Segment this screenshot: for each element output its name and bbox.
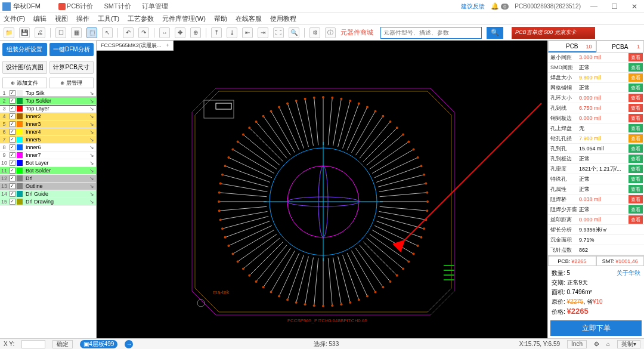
notif-icon[interactable]: 🔔 0 — [491, 2, 509, 10]
tb-measure-icon[interactable]: ↔ — [159, 27, 170, 38]
btn-calc-size[interactable]: 计算PCB尺寸 — [49, 61, 94, 74]
tab-pcb[interactable]: PCB10 — [548, 41, 596, 52]
about-link[interactable]: 关于华秋 — [617, 268, 640, 278]
search-input[interactable] — [380, 27, 482, 39]
btn-assembly-settings[interactable]: 组装分析设置 — [2, 43, 47, 56]
tb-open-icon[interactable]: 📁 — [4, 27, 14, 38]
menu-help[interactable]: 帮助 — [214, 14, 227, 23]
layer-row-outline[interactable]: 13Outline↘ — [0, 183, 96, 190]
tb-left-icon[interactable]: ⇤ — [242, 27, 253, 38]
check-row[interactable]: 沉金面积9.71% — [548, 235, 644, 245]
menu-tutorial[interactable]: 使用教程 — [270, 14, 296, 23]
btn-layer-mgmt[interactable]: ⊕ 层管理 — [49, 78, 94, 88]
layer-row-inner3[interactable]: 5Inner3↘ — [0, 121, 96, 128]
tb-grid-icon[interactable]: ▦ — [71, 27, 82, 38]
layer-row-bot-layer[interactable]: 10Bot Layer↘ — [0, 159, 96, 167]
settings-icon[interactable]: ⚙ — [594, 341, 599, 347]
menu-tools[interactable]: 工具(T) — [98, 14, 119, 23]
tb-top-icon[interactable]: ⤒ — [211, 27, 222, 38]
check-row[interactable]: SMD间距正常查看 — [548, 63, 644, 73]
check-row[interactable]: 最小间距3.000 mil查看 — [548, 52, 644, 63]
tb-zoomin-icon[interactable]: 🔍 — [289, 27, 299, 38]
layer-row-top-silk[interactable]: 1Top Silk↘ — [0, 89, 96, 97]
layer-row-inner4[interactable]: 6Inner4↘ — [0, 128, 96, 136]
tb-right-icon[interactable]: ⇥ — [258, 27, 268, 38]
layer-row-inner5[interactable]: 7Inner5↘ — [0, 136, 96, 144]
tb-center-icon[interactable]: ⊕ — [190, 27, 201, 38]
tb-print-icon[interactable]: 🖨 — [35, 27, 45, 38]
layer-row-inner6[interactable]: 8Inner6↘ — [0, 144, 96, 152]
tb-move-icon[interactable]: ✥ — [175, 27, 185, 38]
layer-row-bot-solder[interactable]: 11Bot Solder↘ — [0, 167, 96, 175]
check-row[interactable]: 特殊孔正常查看 — [548, 174, 644, 184]
check-row[interactable]: 孔到孔15.054 mil查看 — [548, 144, 644, 154]
coord-ok-button[interactable]: 确定 — [52, 340, 73, 348]
home-icon[interactable]: ⌂ — [606, 341, 610, 347]
check-row[interactable]: 焊盘大小9.800 mil查看 — [548, 73, 644, 83]
check-row[interactable]: 孔到线6.750 mil查看 — [548, 103, 644, 113]
check-row[interactable]: 飞针点数862 — [548, 245, 644, 255]
menu-view[interactable]: 视图 — [55, 14, 68, 23]
check-row[interactable]: 阻焊桥0.038 mil查看 — [548, 194, 644, 205]
coord-input[interactable] — [21, 340, 45, 348]
layer-row-inner2[interactable]: 4Inner2↘ — [0, 113, 96, 121]
check-row[interactable]: 锣长分析9.9356米/㎡ — [548, 225, 644, 235]
layer-row-top-layer[interactable]: 3Top Layer↘ — [0, 105, 96, 113]
promo-banner[interactable]: PCB首单送 500 元京东卡 — [512, 27, 595, 39]
nav-pcb-price[interactable]: PCB计价 — [58, 2, 94, 11]
layer-row-inner7[interactable]: 9Inner7↘ — [0, 152, 96, 159]
tb-info-icon[interactable]: ⓘ — [325, 27, 336, 38]
lang-button[interactable]: 英制 ▾ — [617, 340, 640, 348]
menu-support[interactable]: 在线客服 — [236, 14, 262, 23]
layer-row-drl-drawing[interactable]: 15Drl Drawing↘ — [0, 198, 96, 206]
maximize-icon[interactable]: ☐ — [607, 2, 621, 11]
tb-settings-icon[interactable]: ⚙ — [309, 27, 320, 38]
menu-process[interactable]: 工艺参数 — [128, 14, 154, 23]
tb-pointer-icon[interactable]: ↖ — [102, 27, 113, 38]
btn-design-view[interactable]: 设计图/仿真图 — [2, 61, 47, 74]
menu-edit[interactable]: 编辑 — [33, 14, 47, 23]
order-button[interactable]: 立即下单 — [550, 320, 642, 336]
btn-dfm-analyze[interactable]: 一键DFM分析 — [49, 43, 94, 56]
check-row[interactable]: 孔环大小0.000 mil查看 — [548, 93, 644, 103]
layer-pill[interactable]: ▣ 4层板499 — [80, 340, 117, 348]
check-row[interactable]: 孔上焊盘无查看 — [548, 123, 644, 134]
close-icon[interactable]: ✕ — [627, 2, 642, 11]
check-row[interactable]: 钻孔孔径7.900 mil查看 — [548, 134, 644, 144]
canvas-tab[interactable]: FCCSP565MK2(误履展...+ — [97, 41, 174, 51]
check-row[interactable]: 铜到板边0.000 mil查看 — [548, 113, 644, 123]
check-row[interactable]: 阻焊少开窗正常查看 — [548, 205, 644, 215]
tb-undo-icon[interactable]: ↶ — [123, 27, 134, 38]
tb-save-icon[interactable]: 💾 — [19, 27, 30, 38]
tab-pcba[interactable]: PCBA1 — [596, 41, 645, 52]
add-tab-icon[interactable]: + — [166, 42, 169, 48]
tb-select-icon[interactable]: ⬚ — [86, 27, 97, 38]
check-row[interactable]: 孔到板边正常查看 — [548, 154, 644, 164]
menu-lib[interactable]: 元件库管理(W) — [162, 14, 206, 23]
check-row[interactable]: 孔属性正常查看 — [548, 184, 644, 194]
layer-row-drl[interactable]: 12Drl↘ — [0, 175, 96, 183]
check-row[interactable]: 丝印距离0.000 mil查看 — [548, 215, 644, 225]
nav-smt-price[interactable]: SMT计价 — [104, 2, 131, 11]
unit-button[interactable]: Inch — [567, 340, 587, 348]
round-btn[interactable]: → — [125, 340, 133, 348]
minimize-icon[interactable]: — — [587, 2, 601, 11]
layer-row-drl-guide[interactable]: 14Drl Guide↘ — [0, 190, 96, 198]
tb-redo-icon[interactable]: ↷ — [138, 27, 149, 38]
menu-action[interactable]: 操作 — [76, 14, 89, 23]
canvas[interactable]: FCCSP565MK2(误履展...+ ma-tek FCCSP565_PITC… — [97, 41, 547, 338]
tb-window-icon[interactable]: ☐ — [55, 27, 66, 38]
search-button[interactable]: 🔍 — [487, 27, 503, 39]
btn-add-file[interactable]: ⊕ 添加文件 — [2, 78, 47, 88]
check-row[interactable]: 网格铺铜正常查看 — [548, 83, 644, 93]
price-tab-smt[interactable]: SMT:¥1001.46 — [596, 256, 645, 266]
menu-file[interactable]: 文件(F) — [4, 14, 25, 23]
pcb-view[interactable]: ma-tek FCCSP565_PITCH0.048BPITCH0.65 ▬▬▬… — [97, 52, 547, 338]
feedback-link[interactable]: 建议反馈 — [461, 2, 485, 11]
nav-orders[interactable]: 订单管理 — [142, 2, 168, 11]
tb-bottom-icon[interactable]: ⤓ — [227, 27, 237, 38]
tb-zoomfit-icon[interactable]: ⛶ — [273, 27, 284, 38]
layer-row-top-solder[interactable]: 2Top Solder↘ — [0, 97, 96, 105]
check-row[interactable]: 孔密度1821个; 1.21万/...查看 — [548, 164, 644, 174]
price-tab-pcb[interactable]: PCB:¥2265 — [548, 256, 596, 266]
